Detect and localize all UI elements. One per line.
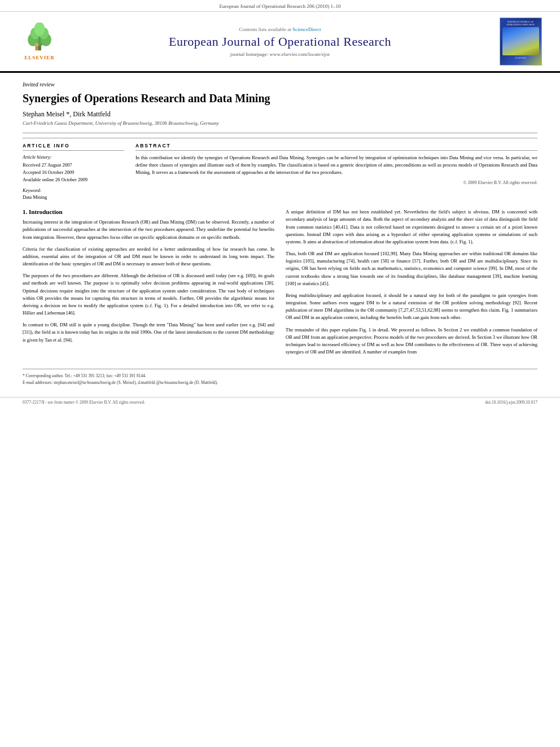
keyword-label: Keyword: (23, 187, 124, 193)
main-content: Invited review Synergies of Operations R… (0, 73, 560, 391)
page-wrapper: European Journal of Operational Research… (0, 0, 560, 407)
section1-para4: In contrast to OR, DM still is quite a y… (23, 321, 274, 344)
journal-homepage: journal homepage: www.elsevier.com/locat… (68, 51, 492, 57)
elsevier-logo: ELSEVIER (23, 23, 56, 60)
received-date: Received 27 August 2007 (23, 161, 124, 169)
body-columns: 1. Introduction Increasing interest in t… (23, 208, 537, 360)
abstract-text: In this contribution we identify the syn… (135, 154, 537, 177)
citation-text: European Journal of Operational Research… (219, 3, 340, 9)
abstract-section: ABSTRACT In this contribution we identif… (135, 143, 537, 200)
article-title: Synergies of Operations Research and Dat… (23, 91, 537, 106)
journal-cover-area: EUROPEAN JOURNAL OFOPERATIONAL RESEARCH … (492, 18, 549, 65)
history-label: Article history: (23, 154, 124, 160)
section1-para2: Criteria for the classification of exist… (23, 246, 274, 268)
article-info-heading: ARTICLE INFO (23, 143, 124, 151)
elsevier-text: ELSEVIER (24, 55, 55, 60)
journal-header: ELSEVIER Contents lists available at Sci… (0, 12, 560, 73)
elsevier-logo-area: ELSEVIER (11, 23, 68, 60)
footnotes: * Corresponding author. Tel.: +49 531 39… (23, 369, 537, 386)
available-date: Available online 26 October 2009 (23, 176, 124, 184)
footnote-email: E-mail addresses: stephan.meisel@tu-brau… (23, 379, 537, 386)
section1-right-para1: A unique definition of DM has not been e… (286, 208, 537, 246)
sciencedirect-label: Contents lists available at ScienceDirec… (68, 27, 492, 32)
left-column: 1. Introduction Increasing interest in t… (23, 208, 274, 360)
journal-title-area: Contents lists available at ScienceDirec… (68, 27, 492, 57)
elsevier-tree-icon (23, 23, 56, 54)
section1-right-para2: Thus, both OR and DM are application foc… (286, 250, 537, 287)
section1-para3: The purposes of the two procedures are d… (23, 272, 274, 317)
svg-point-8 (35, 43, 38, 46)
section1-title: 1. Introduction (23, 208, 274, 215)
section1-right-para3: Being multidisciplinary and application … (286, 292, 537, 322)
footnote-corresponding: * Corresponding author. Tel.: +49 531 39… (23, 373, 537, 379)
footer-issn: 0377-2217/$ - see front matter © 2009 El… (23, 400, 145, 405)
article-meta-section: ARTICLE INFO Article history: Received 2… (23, 138, 537, 200)
authors: Stephan Meisel *, Dirk Mattfeld (23, 110, 537, 119)
section1-right-para4: The remainder of this paper explains Fig… (286, 326, 537, 356)
article-type: Invited review (23, 81, 537, 88)
keyword-value: Data Mining (23, 194, 124, 200)
footer-bar: 0377-2217/$ - see front matter © 2009 El… (0, 397, 560, 407)
journal-title: European Journal of Operational Research (68, 34, 492, 49)
article-info: ARTICLE INFO Article history: Received 2… (23, 143, 124, 200)
abstract-heading: ABSTRACT (135, 143, 537, 151)
section1-para1: Increasing interest in the integration o… (23, 219, 274, 241)
affiliation: Carl-Friedrich Gauss Department, Univers… (23, 120, 537, 126)
right-column: A unique definition of DM has not been e… (286, 208, 537, 360)
accepted-date: Accepted 16 October 2009 (23, 169, 124, 176)
citation-bar: European Journal of Operational Research… (0, 0, 560, 12)
word-three: Three (490, 342, 501, 347)
journal-cover-image: EUROPEAN JOURNAL OFOPERATIONAL RESEARCH … (500, 18, 542, 65)
section1-number: 1. (23, 208, 27, 215)
section1-title-text: Introduction (29, 208, 63, 215)
sciencedirect-link[interactable]: ScienceDirect (292, 27, 321, 32)
divider (23, 133, 537, 133)
copyright: © 2009 Elsevier B.V. All rights reserved… (135, 180, 537, 185)
footer-doi: doi:10.1016/j.ejor.2009.10.017 (485, 400, 537, 405)
svg-point-6 (34, 23, 45, 36)
